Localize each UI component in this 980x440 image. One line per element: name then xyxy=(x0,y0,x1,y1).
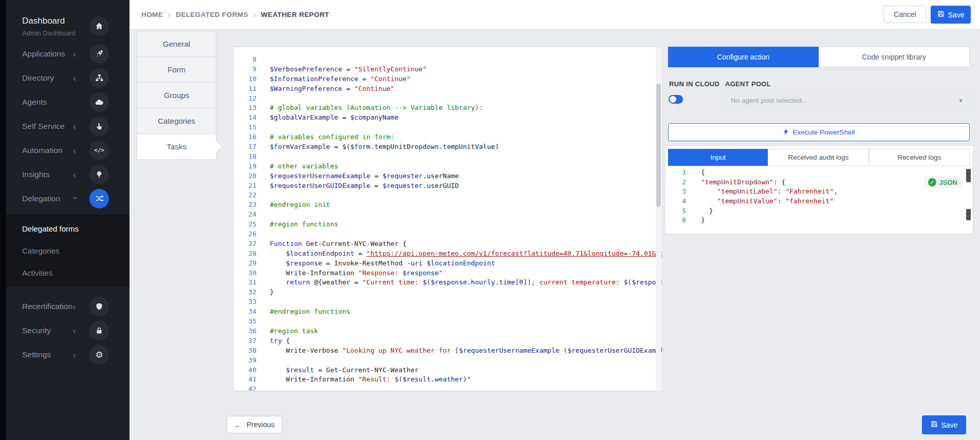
code-text xyxy=(256,385,270,391)
line-number: 19 xyxy=(234,162,256,171)
topbar: HOME›DELEGATED FORMS›WEATHER REPORT Canc… xyxy=(130,0,980,29)
editor-scrollbar[interactable] xyxy=(656,48,661,390)
tab-tasks[interactable]: Tasks xyxy=(137,133,216,160)
code-line: 27Function Get-Current-NYC-Weather { xyxy=(234,239,662,249)
tab-categories[interactable]: Categories xyxy=(137,108,216,134)
sidebar-dashboard-link[interactable]: Dashboard Admin Dashboard xyxy=(6,0,130,42)
shield-icon[interactable] xyxy=(89,297,109,316)
code-text: #region functions xyxy=(256,220,338,229)
sidebar-menu: Applications‹Directory‹AgentsSelf Servic… xyxy=(6,42,130,211)
sidebar-item-delegation[interactable]: Delegation‹ xyxy=(6,186,130,211)
tab-received-audit-logs[interactable]: Received audit logs xyxy=(768,149,868,166)
lock-icon[interactable] xyxy=(89,321,109,340)
lightbulb-icon[interactable] xyxy=(89,165,109,184)
line-number: 20 xyxy=(234,171,256,181)
run-in-cloud-toggle[interactable] xyxy=(669,95,683,104)
code-line: 3 "tempUnitLabel": "Fahrenheit", xyxy=(665,187,973,197)
editor-scrollbar-thumb[interactable] xyxy=(656,84,661,207)
line-number: 17 xyxy=(234,142,256,152)
save-button[interactable]: Save xyxy=(931,6,971,24)
line-number: 5 xyxy=(665,206,686,216)
sidebar-item-self-service[interactable]: Self Service‹ xyxy=(6,114,130,138)
home-icon[interactable] xyxy=(89,16,109,36)
code-text xyxy=(256,190,270,200)
code-text: $WarningPreference = "Continue" xyxy=(256,84,395,94)
sidebar-subitem-categories[interactable]: Categories xyxy=(6,240,130,262)
sidebar-item-label: Directory xyxy=(22,73,54,83)
breadcrumb-separator-icon: › xyxy=(253,10,256,19)
tab-configure-action[interactable]: Configure action xyxy=(668,47,819,67)
code-text: { xyxy=(686,168,705,178)
line-number: 22 xyxy=(234,190,256,200)
code-text xyxy=(256,356,270,366)
json-input-editor[interactable]: 1{2"tempUnitDropdown": {3 "tempUnitLabel… xyxy=(665,166,973,225)
sidebar-item-label: Self Service xyxy=(22,122,65,131)
code-text: # variables configured in form: xyxy=(256,132,395,142)
sidebar-item-recertification[interactable]: Recertification‹ xyxy=(6,294,130,318)
tab-received-logs[interactable]: Received logs xyxy=(869,149,970,166)
agent-pool-label: AGENT POOL xyxy=(725,80,771,88)
gear-icon[interactable]: ⚙ xyxy=(89,345,109,365)
sitemap-icon[interactable] xyxy=(89,68,109,88)
sidebar-item-label: Agents xyxy=(22,98,47,107)
tab-form[interactable]: Form xyxy=(137,56,216,83)
agent-pool-select[interactable]: No agent pool selected... ▾ xyxy=(724,92,970,109)
check-icon: ✓ xyxy=(928,178,936,186)
code-text: $InformationPreference = "Continue" xyxy=(256,74,411,84)
tab-general[interactable]: General xyxy=(137,31,216,57)
powershell-code-editor[interactable]: 89$VerbosePreference = "SilentlyContinue… xyxy=(233,47,662,391)
line-number: 41 xyxy=(234,375,256,385)
line-number: 16 xyxy=(234,132,256,142)
line-number: 40 xyxy=(234,366,256,375)
sidebar-subitem-delegated-forms[interactable]: Delegated forms xyxy=(6,218,130,240)
rocket-icon[interactable] xyxy=(89,44,109,64)
sidebar-subitem-activities[interactable]: Activities xyxy=(6,262,130,284)
code-text: "tempUnitDropdown": { xyxy=(686,178,785,187)
code-text: Function Get-Current-NYC-Weather { xyxy=(256,239,406,249)
sidebar-item-settings[interactable]: Settings‹⚙ xyxy=(6,342,130,367)
breadcrumb-item-weather-report[interactable]: WEATHER REPORT xyxy=(261,11,329,18)
input-panel: InputReceived audit logsReceived logs 1{… xyxy=(664,145,973,234)
touch-icon[interactable] xyxy=(89,117,109,136)
sidebar-item-directory[interactable]: Directory‹ xyxy=(6,66,130,90)
code-text: Write-Information "Response: $response" xyxy=(256,269,443,278)
sidebar-item-label: Security xyxy=(22,326,51,335)
chevron-left-icon: ‹ xyxy=(73,73,76,82)
breadcrumb-item-home[interactable]: HOME xyxy=(141,11,163,18)
json-valid-badge: ✓ JSON xyxy=(924,177,961,188)
code-line: 41 Write-Information "Result: $($result.… xyxy=(234,375,662,385)
sidebar-item-security[interactable]: Security‹ xyxy=(6,318,130,342)
sidebar-item-automation[interactable]: Automation‹</> xyxy=(6,138,130,162)
json-scrollbar-mark xyxy=(966,209,971,220)
json-scrollbar-thumb[interactable] xyxy=(966,169,971,182)
breadcrumb-separator-icon: › xyxy=(168,10,171,19)
code-text: } xyxy=(256,288,274,297)
line-number: 13 xyxy=(234,103,256,113)
execute-powershell-button[interactable]: Execute PowerShell xyxy=(668,123,970,141)
chevron-left-icon: ‹ xyxy=(73,302,76,311)
cloud-icon[interactable] xyxy=(89,92,109,112)
code-icon[interactable]: </> xyxy=(89,141,109,160)
code-text: return @{weather = "Current time: $($res… xyxy=(256,278,662,288)
previous-button-label: Previous xyxy=(247,420,274,429)
tab-input[interactable]: Input xyxy=(668,149,768,166)
tab-code-snippet-library[interactable]: Code snippet library xyxy=(819,47,970,67)
shuffle-icon[interactable] xyxy=(89,189,109,208)
previous-button[interactable]: ← Previous xyxy=(227,416,282,433)
chevron-left-icon: ‹ xyxy=(73,49,76,58)
code-line: 21$requesterUserGUIDExample = $requester… xyxy=(234,181,662,191)
sidebar-item-label: Insights xyxy=(22,170,49,179)
code-lines: 89$VerbosePreference = "SilentlyContinue… xyxy=(234,47,662,391)
save-button-bottom[interactable]: Save xyxy=(922,415,966,434)
sidebar-item-applications[interactable]: Applications‹ xyxy=(6,42,130,66)
breadcrumb-item-delegated-forms[interactable]: DELEGATED FORMS xyxy=(176,11,248,18)
line-number: 3 xyxy=(665,187,686,197)
tab-groups[interactable]: Groups xyxy=(137,82,216,108)
code-line: 36#region task xyxy=(234,327,662,336)
chevron-down-icon: ‹ xyxy=(70,196,79,199)
cancel-button[interactable]: Cancel xyxy=(883,6,927,23)
code-line: 13# global variables (Automation --> Var… xyxy=(234,103,662,113)
sidebar-item-agents[interactable]: Agents xyxy=(6,90,130,114)
sidebar-item-insights[interactable]: Insights‹ xyxy=(6,162,130,186)
chevron-left-icon: ‹ xyxy=(73,122,76,130)
